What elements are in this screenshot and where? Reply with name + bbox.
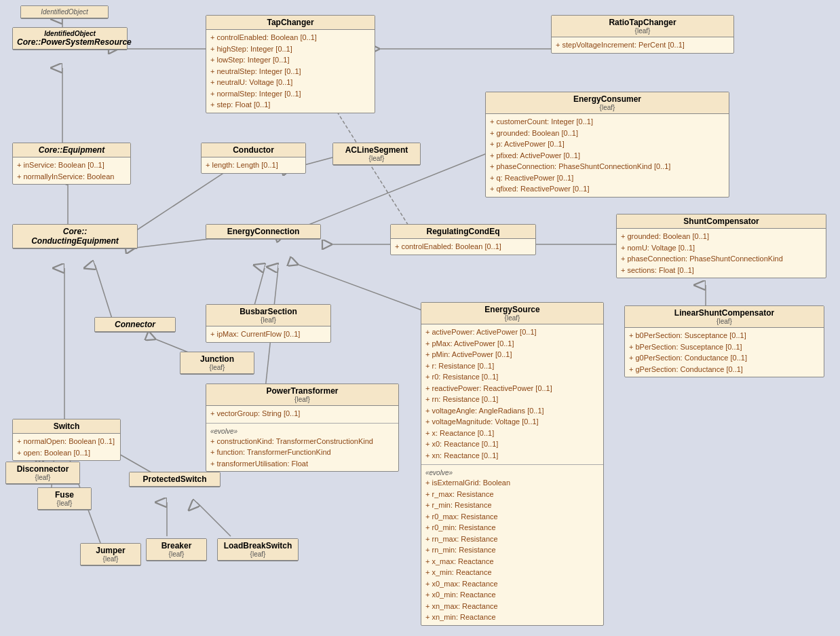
pt-evolve: «evolve» + constructionKind: Transformer… — [206, 425, 398, 472]
sc-attr-1: + grounded: Boolean [0..1] — [621, 231, 822, 242]
connector-name: Connector — [115, 320, 155, 329]
es-divider — [421, 464, 603, 465]
pt-title: PowerTransformer {leaf} — [206, 384, 398, 406]
ratio-tap-changer-title: RatioTapChanger {leaf} — [552, 16, 733, 37]
tc-attr-7: + step: Float [0..1] — [210, 99, 370, 111]
jumper-box: Jumper {leaf} — [80, 543, 141, 566]
breaker-title: Breaker {leaf} — [147, 539, 206, 561]
tap-changer-title: TapChanger — [206, 16, 375, 30]
bs-attrs: + ipMax: CurrentFlow [0..1] — [206, 326, 330, 342]
energy-connection-box: EnergyConnection — [206, 224, 321, 240]
tap-changer-attrs: + controlEnabled: Boolean [0..1] + highS… — [206, 30, 375, 113]
rtc-attr-1: + stepVoltageIncrement: PerCent [0..1] — [556, 39, 729, 51]
core-ce-title: Core:: ConductingEquipment — [13, 225, 137, 248]
pt-leaf: {leaf} — [210, 396, 394, 403]
junction-box: Junction {leaf} — [180, 352, 254, 375]
rtc-leaf: {leaf} — [556, 27, 729, 35]
rce-attr-1: + controlEnabled: Boolean [0..1] — [395, 241, 531, 252]
core-equipment-title: Core::Equipment — [13, 143, 130, 157]
lsc-leaf: {leaf} — [629, 318, 820, 325]
tc-attr-4: + neutralStep: Integer [0..1] — [210, 66, 370, 77]
sc-attr-4: + sections: Float [0..1] — [621, 265, 822, 276]
es-evolve-label: «evolve» — [425, 468, 599, 477]
tc-attr-1: + controlEnabled: Boolean [0..1] — [210, 32, 370, 43]
conductor-attrs: + length: Length [0..1] — [202, 157, 305, 173]
rtc-attrs: + stepVoltageIncrement: PerCent [0..1] — [552, 37, 733, 53]
es-title: EnergySource {leaf} — [421, 303, 603, 324]
core-psr-title: IdentifiedObject Core::PowerSystemResour… — [13, 28, 127, 50]
breaker-title-text: Breaker — [161, 541, 192, 550]
energy-source-box: EnergySource {leaf} + activePower: Activ… — [421, 302, 604, 626]
load-break-switch-box: LoadBreakSwitch {leaf} — [217, 538, 299, 561]
junction-leaf: {leaf} — [185, 364, 250, 371]
jumper-title: Jumper {leaf} — [81, 544, 140, 565]
lsc-attrs: + b0PerSection: Susceptance [0..1] + bPe… — [625, 328, 824, 377]
svg-line-10 — [136, 168, 231, 231]
disconnector-box: Disconnector {leaf} — [5, 462, 80, 485]
rce-attrs: + controlEnabled: Boolean [0..1] — [391, 239, 535, 255]
core-conducting-equipment-box: Core:: ConductingEquipment — [12, 224, 138, 249]
tc-attr-3: + lowStep: Integer [0..1] — [210, 54, 370, 66]
svg-line-27 — [197, 502, 231, 536]
jumper-leaf: {leaf} — [85, 555, 136, 563]
fuse-title-text: Fuse — [55, 490, 74, 500]
uml-diagram: IdentifiedObject IdentifiedObject Core::… — [0, 0, 840, 636]
ec-attr-4: + pfixed: ActivePower [0..1] — [490, 150, 725, 162]
conductor-box: Conductor + length: Length [0..1] — [201, 143, 306, 174]
lsc-title: LinearShuntCompensator {leaf} — [625, 306, 824, 328]
sc-title: ShuntCompensator — [617, 214, 826, 229]
rce-title: RegulatingCondEq — [391, 225, 535, 239]
connector-title: Connector — [95, 318, 175, 332]
tc-attr-5: + neutralU: Voltage [0..1] — [210, 77, 370, 88]
ec-leaf: {leaf} — [490, 104, 725, 111]
ec-attr-6: + q: ReactivePower [0..1] — [490, 172, 725, 184]
regulating-cond-eq-box: RegulatingCondEq + controlEnabled: Boole… — [390, 224, 536, 255]
ps-title: ProtectedSwitch — [130, 472, 220, 487]
pt-title-text: PowerTransformer — [266, 386, 338, 396]
bs-leaf: {leaf} — [210, 316, 326, 324]
breaker-box: Breaker {leaf} — [146, 538, 207, 561]
breaker-leaf: {leaf} — [151, 550, 202, 558]
core-ce-line2: ConductingEquipment — [31, 236, 119, 246]
fuse-title: Fuse {leaf} — [38, 488, 91, 510]
energy-consumer-box: EnergyConsumer {leaf} + customerCount: I… — [485, 92, 729, 198]
junction-title: Junction {leaf} — [180, 352, 254, 374]
core-ce-line1: Core:: — [63, 227, 87, 236]
ce-attr-1: + inService: Boolean [0..1] — [17, 160, 126, 171]
es-evolve-attrs: «evolve» + isExternalGrid: Boolean + r_m… — [421, 466, 603, 625]
pt-attrs: + vectorGroup: String [0..1] — [206, 406, 398, 422]
sc-attr-2: + nomU: Voltage [0..1] — [621, 242, 822, 254]
bs-attr-1: + ipMax: CurrentFlow [0..1] — [210, 329, 326, 340]
bs-title-text: BusbarSection — [240, 307, 297, 316]
acls-leaf: {leaf} — [337, 155, 416, 162]
power-transformer-box: PowerTransformer {leaf} + vectorGroup: S… — [206, 384, 399, 472]
es-leaf: {leaf} — [425, 314, 599, 322]
ec-attr-3: + p: ActivePower [0..1] — [490, 138, 725, 150]
disconnector-leaf: {leaf} — [10, 474, 75, 481]
es-attrs: + activePower: ActivePower [0..1] + pMax… — [421, 324, 603, 463]
identified-object-title: IdentifiedObject — [21, 6, 108, 18]
ec-title-text: EnergyConsumer — [573, 94, 641, 104]
acls-title-text: ACLineSegment — [345, 145, 408, 155]
switch-attrs: + normalOpen: Boolean [0..1] + open: Boo… — [13, 434, 120, 460]
disconnector-title-text: Disconnector — [17, 464, 69, 474]
ec-attr-7: + qfixed: ReactivePower [0..1] — [490, 183, 725, 195]
disconnector-title: Disconnector {leaf} — [6, 462, 79, 484]
pt-evolve-label: «evolve» — [210, 427, 394, 436]
jumper-title-text: Jumper — [96, 546, 125, 555]
sc-attrs: + grounded: Boolean [0..1] + nomU: Volta… — [617, 229, 826, 278]
ac-line-segment-title: ACLineSegment {leaf} — [333, 143, 420, 165]
fuse-box: Fuse {leaf} — [37, 487, 92, 510]
lsc-title-text: LinearShuntCompensator — [674, 308, 774, 318]
tc-attr-2: + highStep: Integer [0..1] — [210, 43, 370, 55]
conductor-title: Conductor — [202, 143, 305, 157]
junction-title-text: Junction — [200, 354, 234, 364]
rtc-title-text: RatioTapChanger — [609, 18, 676, 27]
es-title-text: EnergySource — [484, 305, 539, 314]
tap-changer-box: TapChanger + controlEnabled: Boolean [0.… — [206, 15, 375, 113]
cond-attr-1: + length: Length [0..1] — [206, 160, 301, 171]
protected-switch-box: ProtectedSwitch — [129, 472, 221, 487]
fuse-leaf: {leaf} — [42, 500, 87, 507]
switch-title: Switch — [13, 419, 120, 434]
linear-shunt-compensator-box: LinearShuntCompensator {leaf} + b0PerSec… — [624, 305, 824, 377]
